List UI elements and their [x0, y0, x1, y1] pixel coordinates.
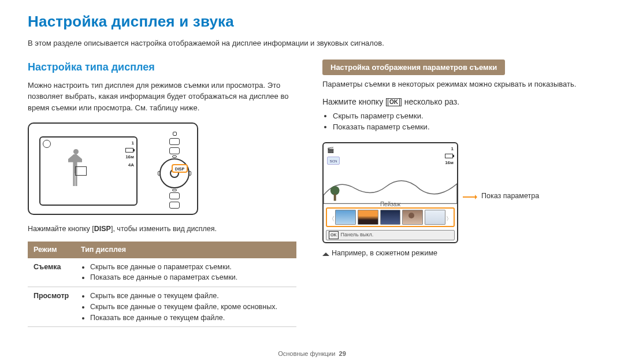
left-heading: Настройка типа дисплея: [28, 60, 302, 75]
thumbnail: [335, 210, 356, 225]
ok-button-label: OK: [388, 98, 400, 106]
clapper-icon: 🎬: [327, 146, 340, 154]
type-cell: Скрыть все данные о параметрах съемки. П…: [75, 258, 296, 287]
table-row: Съемка Скрыть все данные о параметрах съ…: [28, 258, 296, 287]
page-number: 29: [339, 350, 346, 357]
disp-label: DISP: [94, 225, 111, 233]
callout-arrow-icon: [463, 196, 477, 198]
shots-count: 1: [125, 140, 134, 147]
mode-cell: Просмотр: [28, 287, 75, 327]
left-paragraph: Можно настроить тип дисплея для режимов …: [28, 80, 302, 114]
scn-tag: SCN: [327, 157, 340, 165]
list-item: Показать параметр съемки.: [333, 121, 596, 133]
battery-icon: [445, 154, 454, 158]
battery-icon: [125, 148, 134, 153]
focus-frame-icon: [75, 166, 87, 176]
resolution-label: 16м: [125, 154, 134, 161]
footer-section: Основные функции: [278, 350, 335, 357]
camera-lcd: 1 16м 4A: [39, 136, 138, 206]
lcd-status-column: 1 16м 4A: [125, 140, 134, 170]
ok-instruction: Нажмите кнопку [OK] несколько раз.: [322, 96, 596, 108]
svg-point-0: [330, 185, 340, 195]
intro-text: В этом разделе описывается настройка ото…: [28, 38, 596, 49]
top-left-icons: 🎬 SCN: [327, 146, 340, 166]
dpad: [158, 157, 191, 190]
page-title: Настройка дисплея и звука: [28, 10, 596, 33]
scene-screenshot: 🎬 SCN 1 16м Пейзаж 〈: [322, 142, 458, 243]
flash-label: 4A: [125, 162, 134, 169]
disp-hint: Нажимайте кнопку [DISP], чтобы изменить …: [28, 224, 302, 235]
disp-button-highlight: DISP: [172, 164, 188, 173]
th-type: Тип дисплея: [75, 242, 296, 258]
mid-button: [169, 147, 180, 154]
top-button: [169, 138, 180, 145]
caption-text: Например, в сюжетном режиме: [332, 249, 437, 257]
list-item: Скрыть все данные о текущем файле, кроме…: [90, 302, 291, 313]
display-type-table: Режим Тип дисплея Съемка Скрыть все данн…: [28, 242, 296, 328]
thumbnail: [425, 210, 445, 225]
triangle-up-icon: [322, 249, 329, 256]
dpad-down: [172, 189, 177, 191]
scene-thumbnails-row: 〈 〉: [326, 207, 455, 227]
thumbnail: [358, 210, 378, 225]
list-item: Скрыть все данные о параметрах съемки.: [90, 262, 291, 273]
instr-pre: Нажмите кнопку [: [322, 97, 388, 106]
camera-diagram: 1 16м 4A: [28, 119, 201, 220]
example-caption: Например, в сюжетном режиме: [322, 248, 596, 259]
list-item: Скрыть параметр съемки.: [333, 110, 596, 122]
shots-count: 1: [445, 146, 454, 153]
dpad-right: [189, 171, 191, 176]
landscape-graphic: [324, 166, 457, 204]
hint-pre: Нажимайте кнопку [: [28, 225, 94, 233]
list-item: Показать все данные о текущем файле.: [90, 313, 291, 324]
callout-label: Показ параметра: [481, 191, 539, 202]
left-column: Настройка типа дисплея Можно настроить т…: [28, 60, 302, 328]
panel-off-bar: OK Панель выкл.: [326, 230, 455, 240]
right-paragraph: Параметры съемки в некоторых режимах мож…: [322, 79, 596, 90]
chevron-left-icon: 〈: [329, 214, 335, 223]
list-item: Скрыть все данные о текущем файле.: [90, 291, 291, 302]
section-pill: Настройка отображения параметров съемки: [322, 60, 505, 76]
th-mode: Режим: [28, 242, 75, 258]
bottom-button-1: [169, 192, 180, 199]
right-column: Настройка отображения параметров съемки …: [322, 60, 596, 328]
table-row: Просмотр Скрыть все данные о текущем фай…: [28, 287, 296, 327]
dpad-up: [172, 155, 177, 158]
list-item: Показать все данные о параметрах съемки.: [90, 272, 291, 283]
ok-icon: OK: [329, 231, 339, 239]
mode-icon: [43, 140, 51, 148]
page-footer: Основные функции 29: [0, 349, 624, 359]
hint-post: ], чтобы изменить вид дисплея.: [111, 225, 217, 233]
type-cell: Скрыть все данные о текущем файле. Скрыт…: [75, 287, 296, 327]
thumbnail: [380, 210, 401, 225]
instr-post: ] несколько раз.: [400, 97, 459, 106]
indicator-lamp: [173, 132, 177, 136]
thumbnail: [402, 210, 423, 225]
chevron-right-icon: 〉: [446, 214, 452, 223]
bottom-button-2: [169, 202, 180, 209]
top-right-status: 1 16м: [445, 146, 454, 168]
dpad-left: [158, 171, 160, 176]
bullet-list: Скрыть параметр съемки. Показать парамет…: [322, 110, 596, 133]
mode-cell: Съемка: [28, 258, 75, 287]
panel-off-label: Панель выкл.: [341, 231, 374, 239]
resolution-label: 16м: [445, 159, 454, 166]
